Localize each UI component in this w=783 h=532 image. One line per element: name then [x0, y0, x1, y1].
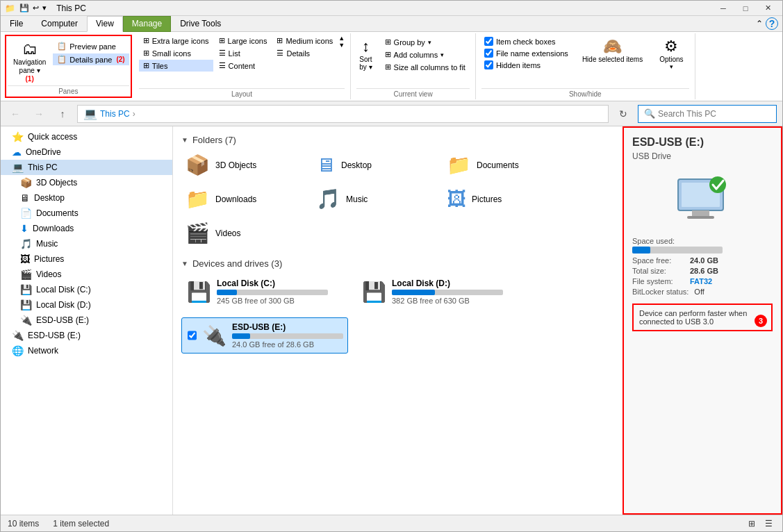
content-button[interactable]: ☰ Content	[215, 60, 272, 72]
sidebar-item-this-pc[interactable]: 💻 This PC	[1, 160, 172, 175]
forward-button[interactable]: →	[30, 105, 48, 123]
details-button[interactable]: ☰ Details	[272, 47, 337, 59]
sidebar-item-network[interactable]: 🌐 Network	[1, 343, 172, 358]
details-view-button[interactable]: ☰	[761, 517, 775, 531]
add-columns-button[interactable]: ⊞ Add columns ▾	[381, 49, 470, 60]
save-icon[interactable]: 💾	[19, 3, 29, 12]
drive-d-bar	[392, 290, 503, 295]
layout-col3: ⊞ Medium icons ☰ Details	[272, 35, 337, 59]
grid-view-button[interactable]: ⊞	[745, 517, 759, 531]
drive-esd-usb[interactable]: 🔌 ESD-USB (E:) 24.0 GB free of 28.6 GB	[181, 317, 348, 354]
show-hide-group: Item check boxes File name extensions Hi…	[476, 33, 695, 99]
folders-grid: 📦 3D Objects 🖥 Desktop 📁 Documents 📁 Dow…	[181, 151, 614, 247]
ribbon-collapse-icon[interactable]: ⌃	[756, 19, 763, 28]
preview-pane-button[interactable]: 📋 Preview pane	[53, 40, 129, 52]
sidebar-item-downloads[interactable]: ⬇ Downloads	[1, 221, 172, 236]
large-icons-button[interactable]: ⊞ Large icons	[215, 35, 272, 47]
warning-badge: 3	[755, 315, 767, 327]
drive-c-bar	[217, 290, 328, 295]
breadcrumb-this-pc[interactable]: This PC	[100, 109, 130, 119]
breadcrumb-computer-icon: 💻	[83, 107, 97, 120]
drives-section-header[interactable]: ▼ Devices and drives (3)	[181, 258, 614, 269]
back-button[interactable]: ←	[6, 105, 24, 123]
medium-icons-button[interactable]: ⊞ Medium icons	[272, 35, 337, 47]
close-button[interactable]: ✕	[757, 2, 778, 15]
drive-local-d[interactable]: 💾 Local Disk (D:) 382 GB free of 630 GB	[356, 274, 523, 309]
drive-esd-checkbox[interactable]	[188, 331, 197, 340]
downloads-icon: ⬇	[20, 223, 28, 234]
esd-usb-sub-icon: 🔌	[20, 315, 32, 326]
options-button[interactable]: ⚙ Options ▾	[654, 35, 689, 73]
search-icon: 🔍	[644, 108, 655, 119]
folder-3d-objects[interactable]: 📦 3D Objects	[181, 151, 306, 179]
list-button[interactable]: ☰ List	[215, 47, 272, 59]
folder-desktop[interactable]: 🖥 Desktop	[312, 151, 437, 179]
layout-scrollbar[interactable]: ▲▼	[338, 35, 345, 49]
folder-documents[interactable]: 📁 Documents	[443, 151, 568, 179]
drive-e-bar	[232, 333, 343, 339]
sort-button[interactable]: ↕ Sortby ▾	[356, 35, 374, 74]
navigation-pane-button[interactable]: 🗂 Navigationpane ▾ (1)	[8, 38, 51, 85]
tab-file[interactable]: File	[1, 16, 32, 32]
folder-docs-icon: 📁	[447, 153, 471, 176]
sidebar-item-quick-access[interactable]: ⭐ Quick access	[1, 129, 172, 144]
tab-computer[interactable]: Computer	[32, 16, 87, 32]
folder-desktop-icon: 🖥	[316, 153, 336, 176]
preview-pane-icon: 📋	[57, 42, 67, 51]
sidebar-item-esd-usb-sub[interactable]: 🔌 ESD-USB (E:)	[1, 313, 172, 328]
tab-view[interactable]: View	[87, 16, 123, 32]
hide-selected-button[interactable]: 🙈 Hide selected items	[577, 35, 648, 67]
minimize-button[interactable]: ─	[713, 2, 734, 15]
content-area: ▼ Folders (7) 📦 3D Objects 🖥 Desktop 📁 D…	[173, 126, 623, 515]
desktop-icon: 🖥	[20, 192, 30, 203]
sidebar-item-local-c[interactable]: 💾 Local Disk (C:)	[1, 282, 172, 297]
size-columns-button[interactable]: ⊞ Size all columns to fit	[381, 61, 470, 73]
group-by-button[interactable]: ⊞ Group by ▾	[381, 36, 470, 48]
sidebar-item-esd-usb[interactable]: 🔌 ESD-USB (E:)	[1, 328, 172, 343]
tab-manage[interactable]: Manage	[123, 16, 171, 32]
help-icon[interactable]: ?	[766, 17, 778, 30]
extra-large-icons-button[interactable]: ⊞ Extra large icons	[139, 35, 213, 47]
drive-local-c[interactable]: 💾 Local Disk (C:) 245 GB free of 300 GB	[181, 274, 348, 309]
sidebar-item-local-d[interactable]: 💾 Local Disk (D:)	[1, 297, 172, 313]
maximize-button[interactable]: □	[735, 2, 756, 15]
refresh-button[interactable]: ↻	[614, 105, 632, 123]
sort-and-view: ↕ Sortby ▾ ⊞ Group by ▾ ⊞ Add columns ▾	[356, 35, 470, 88]
window-controls: ─ □ ✕	[713, 2, 778, 15]
sidebar-item-pictures[interactable]: 🖼 Pictures	[1, 251, 172, 267]
documents-icon: 📄	[20, 208, 32, 219]
sidebar-item-documents[interactable]: 📄 Documents	[1, 206, 172, 221]
details-pane-button[interactable]: 📋 Details pane (2)	[53, 53, 129, 65]
folder-music[interactable]: 🎵 Music	[312, 185, 437, 213]
folders-section-header[interactable]: ▼ Folders (7)	[181, 135, 614, 145]
folder-downloads[interactable]: 📁 Downloads	[181, 185, 306, 213]
folder-videos[interactable]: 🎬 Videos	[181, 219, 306, 247]
item-check-boxes-checkbox[interactable]	[484, 37, 493, 46]
sidebar-item-videos[interactable]: 🎬 Videos	[1, 267, 172, 282]
drive-d-fill	[392, 290, 435, 295]
folder-music-icon: 🎵	[316, 188, 340, 210]
layout-group: ⊞ Extra large icons ⊞ Small icons ⊞ Tile…	[133, 33, 352, 99]
folder-pictures[interactable]: 🖼 Pictures	[443, 185, 568, 213]
customize-icon[interactable]: ▾	[42, 3, 47, 12]
file-system-row: File system: FAT32	[632, 277, 773, 285]
content-icon: ☰	[219, 61, 226, 70]
search-bar[interactable]: 🔍	[638, 105, 777, 123]
hide-selected-icon: 🙈	[603, 38, 622, 56]
breadcrumb[interactable]: 💻 This PC ›	[77, 105, 609, 123]
hidden-items-checkbox[interactable]	[484, 60, 493, 69]
sidebar-item-onedrive[interactable]: ☁ OneDrive	[1, 144, 172, 160]
space-free-row: Space free: 24.0 GB	[632, 256, 773, 265]
size-columns-icon: ⊞	[385, 63, 391, 72]
file-explorer-window: 📁 💾 ↩ ▾ This PC ─ □ ✕ File Computer View…	[0, 0, 783, 532]
small-icons-button[interactable]: ⊞ Small icons	[139, 47, 213, 59]
search-input[interactable]	[658, 109, 755, 119]
sidebar-item-music[interactable]: 🎵 Music	[1, 236, 172, 251]
up-button[interactable]: ↑	[53, 105, 72, 123]
sidebar-item-3d-objects[interactable]: 📦 3D Objects	[1, 175, 172, 190]
sidebar-item-desktop[interactable]: 🖥 Desktop	[1, 190, 172, 206]
undo-icon[interactable]: ↩	[33, 3, 39, 12]
tab-drive-tools[interactable]: Drive Tools	[171, 16, 230, 32]
tiles-button[interactable]: ⊞ Tiles	[139, 60, 213, 72]
file-name-extensions-checkbox[interactable]	[484, 49, 493, 58]
